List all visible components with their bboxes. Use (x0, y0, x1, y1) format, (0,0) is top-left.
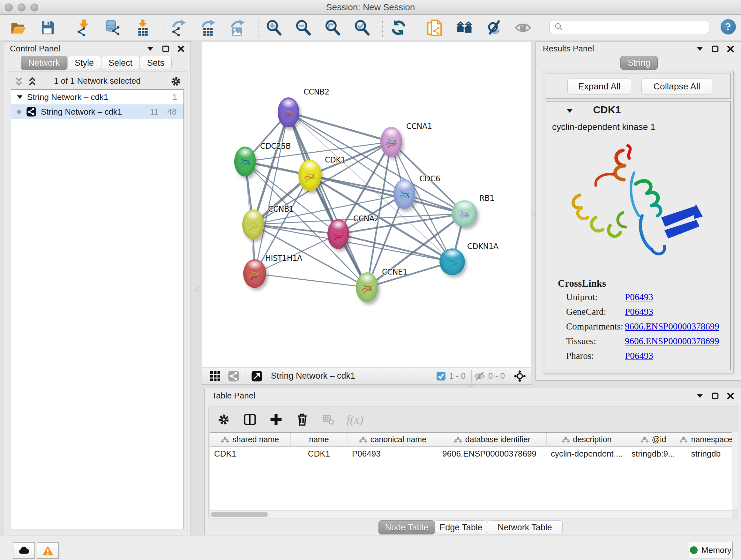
selected-checkbox-icon[interactable] (436, 371, 446, 381)
tab-network-table[interactable]: Network Table (487, 520, 562, 535)
hide-glass-eye-button[interactable] (484, 18, 503, 38)
table-cell[interactable]: CDK1 (290, 447, 347, 461)
string-home-icon (456, 19, 473, 37)
crosslink-row: Uniprot:P06493 (546, 292, 730, 307)
import-table-button[interactable] (133, 18, 152, 38)
warning-button[interactable] (37, 543, 59, 559)
save-session-button[interactable] (38, 18, 57, 38)
protein-ribbon-icon (248, 266, 261, 283)
string-import-button[interactable] (425, 18, 445, 38)
tree-expander-icon[interactable] (16, 94, 23, 100)
delete-column-trash-icon[interactable] (294, 412, 310, 428)
entry-header[interactable]: CDK1 (546, 102, 730, 119)
column-header-shared-name[interactable]: shared name (210, 433, 290, 447)
tab-network[interactable]: Network (21, 56, 67, 70)
add-column-icon[interactable] (268, 412, 284, 428)
zoom-out-button[interactable] (293, 18, 313, 38)
birdseye-grid-icon[interactable] (209, 370, 221, 382)
network-node-ccne1[interactable] (356, 272, 378, 302)
cloud-button[interactable] (13, 543, 35, 559)
column-header-name[interactable]: name (290, 433, 347, 447)
network-node-cdc25b[interactable] (234, 146, 256, 177)
column-header--id[interactable]: @id (627, 433, 680, 447)
network-node-cdkn1a[interactable] (440, 248, 465, 275)
search-input[interactable] (566, 22, 709, 33)
table-horizontal-scrollbar[interactable] (210, 510, 732, 518)
help-button[interactable]: ? (721, 19, 736, 35)
network-node-hist1h1a[interactable] (243, 259, 266, 288)
show-eye-button[interactable] (513, 18, 533, 38)
node-table-box: f(x) shared namenamecanonical namedataba… (208, 406, 738, 519)
zoom-fit-button[interactable] (323, 18, 343, 38)
table-cell[interactable]: stringdb (680, 447, 732, 461)
network-node-cdk1[interactable] (298, 160, 321, 191)
export-image-button[interactable] (228, 18, 248, 38)
string-home-button[interactable] (455, 18, 474, 38)
scrollbar-thumb[interactable] (211, 512, 268, 517)
tab-string[interactable]: String (620, 56, 658, 70)
left-splitter-handle[interactable] (195, 287, 200, 292)
table-vertical-scrollbar[interactable] (732, 432, 738, 509)
export-network-button[interactable] (169, 18, 189, 38)
panel-menu-icon[interactable] (696, 392, 704, 400)
panel-close-icon[interactable] (727, 45, 734, 53)
collapse-all-button[interactable]: Collapse All (642, 78, 712, 95)
panel-menu-icon[interactable] (146, 45, 154, 53)
import-network-from-database-button[interactable] (104, 18, 123, 38)
column-header-description[interactable]: description (546, 433, 627, 447)
export-table-button[interactable] (199, 18, 218, 38)
network-node-ccna1[interactable] (381, 127, 402, 157)
tab-node-table[interactable]: Node Table (379, 520, 435, 535)
table-row[interactable]: CDK1CDK1P064939606.ENSP00000378699cyclin… (210, 447, 732, 461)
table-cell[interactable]: CDK1 (210, 447, 290, 461)
panel-close-icon[interactable] (177, 45, 185, 53)
column-header-canonical-name[interactable]: canonical name (347, 433, 438, 447)
refresh-layout-button[interactable] (389, 18, 408, 38)
table-cell[interactable]: cyclin-dependent ... (546, 447, 627, 461)
import-network-button[interactable] (74, 18, 94, 38)
share-network-icon[interactable] (228, 370, 239, 382)
fit-move-icon[interactable] (513, 369, 527, 383)
crosslink-link[interactable]: 9606.ENSP00000378699 (625, 336, 719, 347)
column-header-namespace[interactable]: namespace (680, 433, 732, 447)
network-node-ccnb2[interactable] (278, 98, 299, 127)
network-row[interactable]: String Network – cdk1 11 48 (11, 105, 184, 119)
table-cell[interactable]: 9606.ENSP00000378699 (438, 447, 546, 461)
memory-button[interactable]: Memory (689, 542, 733, 558)
open-in-browser-icon[interactable] (251, 370, 263, 382)
zoom-in-button[interactable] (264, 18, 284, 38)
tab-select[interactable]: Select (101, 56, 140, 70)
cloud-icon (18, 545, 30, 557)
select-columns-icon[interactable] (242, 412, 258, 428)
panel-float-icon[interactable] (162, 45, 170, 53)
tab-sets[interactable]: Sets (140, 56, 172, 70)
network-node-ccnb1[interactable] (242, 209, 264, 240)
zoom-selected-button[interactable] (352, 18, 372, 38)
tab-style[interactable]: Style (67, 56, 101, 70)
network-status-dot-icon (17, 110, 21, 114)
network-node-cdc6[interactable] (394, 179, 415, 209)
crosslink-link[interactable]: P06493 (625, 292, 653, 302)
column-header-database-identifier[interactable]: database identifier (438, 433, 546, 447)
table-cell[interactable]: P06493 (347, 447, 438, 461)
panel-float-icon[interactable] (711, 392, 719, 400)
tab-edge-table[interactable]: Edge Table (435, 520, 487, 535)
toolbar-separator (68, 18, 68, 37)
search-box[interactable] (549, 20, 709, 34)
network-node-rb1[interactable] (452, 200, 477, 227)
gear-icon[interactable] (170, 75, 182, 87)
crosslink-link[interactable]: 9606.ENSP00000378699 (625, 321, 719, 332)
table-cell[interactable]: stringdb:9... (627, 447, 680, 461)
expand-all-button[interactable]: Expand All (567, 78, 631, 95)
panel-float-icon[interactable] (711, 45, 719, 53)
open-session-button[interactable] (8, 18, 28, 38)
network-canvas[interactable]: CCNB2CCNA1CDC25BCDK1CDC6RB1CCNB1CCNA2CDK… (202, 42, 531, 367)
crosslink-link[interactable]: P06493 (625, 307, 653, 317)
node-table[interactable]: shared namenamecanonical namedatabase id… (210, 432, 732, 510)
network-node-ccna2[interactable] (327, 219, 349, 249)
table-settings-gear-icon[interactable] (216, 412, 232, 428)
crosslink-link[interactable]: P06493 (625, 351, 653, 361)
panel-close-icon[interactable] (727, 392, 734, 400)
panel-menu-icon[interactable] (696, 45, 704, 53)
network-collection-row[interactable]: String Network – cdk1 1 (11, 90, 184, 105)
